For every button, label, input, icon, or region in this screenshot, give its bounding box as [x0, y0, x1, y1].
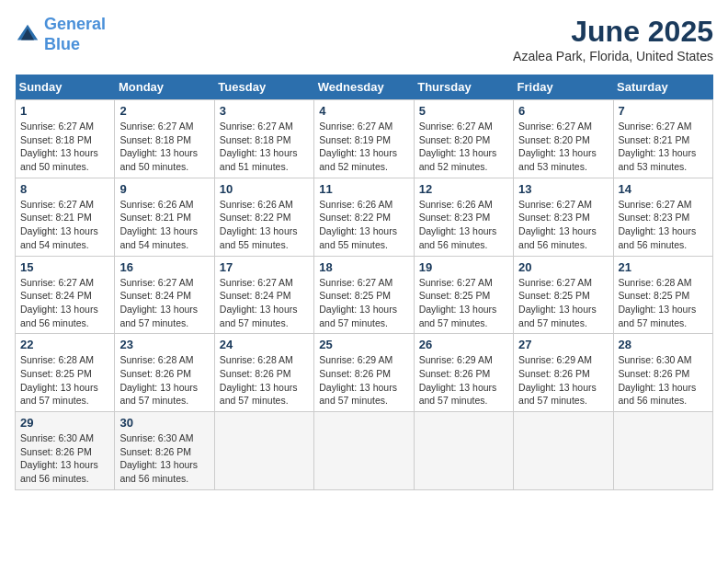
calendar-cell	[214, 412, 313, 490]
calendar-cell: 5 Sunrise: 6:27 AMSunset: 8:20 PMDayligh…	[414, 100, 513, 178]
header-monday: Monday	[115, 75, 214, 100]
month-title: June 2025	[513, 15, 713, 49]
day-detail: Sunrise: 6:27 AMSunset: 8:21 PMDaylight:…	[619, 121, 697, 172]
day-detail: Sunrise: 6:27 AMSunset: 8:25 PMDaylight:…	[419, 277, 497, 328]
day-number: 7	[619, 104, 708, 118]
calendar-cell: 4 Sunrise: 6:27 AMSunset: 8:19 PMDayligh…	[314, 100, 414, 178]
day-number: 5	[419, 104, 508, 118]
day-number: 15	[20, 260, 109, 274]
day-detail: Sunrise: 6:30 AMSunset: 8:26 PMDaylight:…	[619, 354, 697, 406]
calendar-cell: 19 Sunrise: 6:27 AMSunset: 8:25 PMDaylig…	[414, 256, 513, 334]
day-detail: Sunrise: 6:26 AMSunset: 8:22 PMDaylight:…	[220, 199, 298, 250]
calendar-cell: 12 Sunrise: 6:26 AMSunset: 8:23 PMDaylig…	[414, 178, 513, 256]
day-number: 16	[119, 260, 209, 274]
day-detail: Sunrise: 6:27 AMSunset: 8:18 PMDaylight:…	[20, 121, 98, 172]
day-number: 12	[419, 182, 508, 196]
day-number: 22	[20, 338, 109, 351]
calendar-cell: 13 Sunrise: 6:27 AMSunset: 8:23 PMDaylig…	[514, 178, 613, 256]
page-header: General Blue June 2025 Azalea Park, Flor…	[15, 15, 713, 63]
header-thursday: Thursday	[414, 75, 513, 100]
day-number: 24	[220, 338, 309, 351]
day-detail: Sunrise: 6:27 AMSunset: 8:18 PMDaylight:…	[220, 121, 298, 172]
calendar-cell: 10 Sunrise: 6:26 AMSunset: 8:22 PMDaylig…	[214, 178, 313, 256]
header-tuesday: Tuesday	[214, 75, 313, 100]
calendar-cell	[514, 412, 613, 490]
day-number: 3	[220, 104, 309, 118]
day-detail: Sunrise: 6:27 AMSunset: 8:20 PMDaylight:…	[419, 121, 497, 172]
calendar-cell: 29 Sunrise: 6:30 AMSunset: 8:26 PMDaylig…	[16, 412, 115, 490]
calendar-cell	[414, 412, 513, 490]
location: Azalea Park, Florida, United States	[513, 49, 713, 63]
day-number: 19	[419, 260, 508, 274]
day-number: 1	[20, 104, 109, 118]
day-detail: Sunrise: 6:28 AMSunset: 8:26 PMDaylight:…	[220, 354, 298, 406]
day-number: 25	[319, 338, 408, 351]
day-number: 8	[20, 182, 109, 196]
day-detail: Sunrise: 6:29 AMSunset: 8:26 PMDaylight:…	[319, 354, 397, 406]
calendar-row: 15 Sunrise: 6:27 AMSunset: 8:24 PMDaylig…	[16, 256, 713, 334]
day-number: 13	[518, 182, 608, 196]
calendar-cell: 8 Sunrise: 6:27 AMSunset: 8:21 PMDayligh…	[16, 178, 115, 256]
calendar-cell: 20 Sunrise: 6:27 AMSunset: 8:25 PMDaylig…	[514, 256, 613, 334]
day-number: 23	[119, 338, 209, 351]
day-detail: Sunrise: 6:27 AMSunset: 8:20 PMDaylight:…	[518, 121, 597, 172]
calendar-cell: 21 Sunrise: 6:28 AMSunset: 8:25 PMDaylig…	[613, 256, 712, 334]
logo-icon	[15, 22, 40, 48]
header-saturday: Saturday	[613, 75, 712, 100]
day-detail: Sunrise: 6:30 AMSunset: 8:26 PMDaylight:…	[119, 432, 198, 484]
day-detail: Sunrise: 6:27 AMSunset: 8:24 PMDaylight:…	[20, 277, 98, 328]
calendar-cell: 7 Sunrise: 6:27 AMSunset: 8:21 PMDayligh…	[613, 100, 712, 178]
calendar-cell: 22 Sunrise: 6:28 AMSunset: 8:25 PMDaylig…	[16, 334, 115, 412]
day-detail: Sunrise: 6:27 AMSunset: 8:25 PMDaylight:…	[319, 277, 397, 328]
day-detail: Sunrise: 6:26 AMSunset: 8:22 PMDaylight:…	[319, 199, 397, 250]
day-detail: Sunrise: 6:27 AMSunset: 8:19 PMDaylight:…	[319, 121, 397, 172]
day-number: 11	[319, 182, 408, 196]
calendar-cell: 30 Sunrise: 6:30 AMSunset: 8:26 PMDaylig…	[115, 412, 214, 490]
day-detail: Sunrise: 6:29 AMSunset: 8:26 PMDaylight:…	[518, 354, 597, 406]
calendar-cell: 3 Sunrise: 6:27 AMSunset: 8:18 PMDayligh…	[214, 100, 313, 178]
calendar-cell: 18 Sunrise: 6:27 AMSunset: 8:25 PMDaylig…	[314, 256, 414, 334]
day-detail: Sunrise: 6:27 AMSunset: 8:18 PMDaylight:…	[119, 121, 198, 172]
calendar-cell: 1 Sunrise: 6:27 AMSunset: 8:18 PMDayligh…	[16, 100, 115, 178]
day-number: 14	[619, 182, 708, 196]
day-number: 20	[518, 260, 608, 274]
calendar-cell: 15 Sunrise: 6:27 AMSunset: 8:24 PMDaylig…	[16, 256, 115, 334]
logo-text: General Blue	[44, 15, 106, 54]
calendar-cell: 9 Sunrise: 6:26 AMSunset: 8:21 PMDayligh…	[115, 178, 214, 256]
calendar-row: 22 Sunrise: 6:28 AMSunset: 8:25 PMDaylig…	[16, 334, 713, 412]
weekday-header-row: Sunday Monday Tuesday Wednesday Thursday…	[16, 75, 713, 100]
day-number: 21	[619, 260, 708, 274]
header-friday: Friday	[514, 75, 613, 100]
day-detail: Sunrise: 6:28 AMSunset: 8:25 PMDaylight:…	[20, 354, 98, 406]
calendar-cell: 14 Sunrise: 6:27 AMSunset: 8:23 PMDaylig…	[613, 178, 712, 256]
day-number: 18	[319, 260, 408, 274]
title-block: June 2025 Azalea Park, Florida, United S…	[513, 15, 713, 63]
day-number: 2	[119, 104, 209, 118]
calendar-cell: 17 Sunrise: 6:27 AMSunset: 8:24 PMDaylig…	[214, 256, 313, 334]
calendar-row: 29 Sunrise: 6:30 AMSunset: 8:26 PMDaylig…	[16, 412, 713, 490]
calendar-cell	[613, 412, 712, 490]
calendar-cell: 23 Sunrise: 6:28 AMSunset: 8:26 PMDaylig…	[115, 334, 214, 412]
day-detail: Sunrise: 6:27 AMSunset: 8:21 PMDaylight:…	[20, 199, 98, 250]
day-detail: Sunrise: 6:26 AMSunset: 8:21 PMDaylight:…	[119, 199, 198, 250]
day-number: 26	[419, 338, 508, 351]
day-number: 17	[220, 260, 309, 274]
day-number: 27	[518, 338, 608, 351]
header-wednesday: Wednesday	[314, 75, 414, 100]
calendar-cell: 6 Sunrise: 6:27 AMSunset: 8:20 PMDayligh…	[514, 100, 613, 178]
calendar-cell: 26 Sunrise: 6:29 AMSunset: 8:26 PMDaylig…	[414, 334, 513, 412]
calendar-cell: 28 Sunrise: 6:30 AMSunset: 8:26 PMDaylig…	[613, 334, 712, 412]
calendar-row: 8 Sunrise: 6:27 AMSunset: 8:21 PMDayligh…	[16, 178, 713, 256]
calendar-cell: 24 Sunrise: 6:28 AMSunset: 8:26 PMDaylig…	[214, 334, 313, 412]
day-number: 4	[319, 104, 408, 118]
day-detail: Sunrise: 6:27 AMSunset: 8:24 PMDaylight:…	[220, 277, 298, 328]
calendar-cell: 11 Sunrise: 6:26 AMSunset: 8:22 PMDaylig…	[314, 178, 414, 256]
calendar-cell	[314, 412, 414, 490]
day-detail: Sunrise: 6:27 AMSunset: 8:24 PMDaylight:…	[119, 277, 198, 328]
day-detail: Sunrise: 6:27 AMSunset: 8:23 PMDaylight:…	[619, 199, 697, 250]
day-detail: Sunrise: 6:28 AMSunset: 8:26 PMDaylight:…	[119, 354, 198, 406]
day-detail: Sunrise: 6:30 AMSunset: 8:26 PMDaylight:…	[20, 432, 98, 484]
day-number: 6	[518, 104, 608, 118]
calendar-cell: 2 Sunrise: 6:27 AMSunset: 8:18 PMDayligh…	[115, 100, 214, 178]
day-number: 28	[619, 338, 708, 351]
